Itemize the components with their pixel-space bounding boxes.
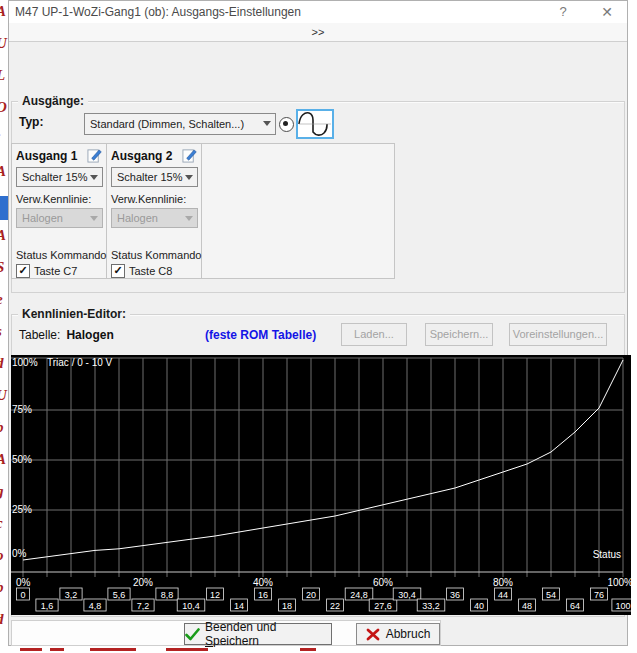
background-letter-fragment: A <box>0 164 8 179</box>
output1-taste-checkbox[interactable]: ✓ <box>16 264 30 278</box>
green-check-icon <box>185 628 200 641</box>
output2-taste-checkbox[interactable]: ✓ <box>111 264 125 278</box>
svg-text:64: 64 <box>570 601 580 611</box>
svg-text:54: 54 <box>546 590 556 600</box>
output2-status-label: Status Kommando <box>111 249 197 261</box>
background-window-left-strip: AULOiAtASesdUbAgcobd <box>0 0 8 653</box>
phase-cut-waveform-icon[interactable] <box>296 109 334 139</box>
output1-mode-select[interactable]: Schalter 15% <box>16 167 103 187</box>
chevron-down-icon <box>263 121 271 126</box>
tabelle-label: Tabelle: <box>19 328 60 342</box>
output1-kennlinie-value: Halogen <box>22 212 63 224</box>
svg-text:5,6: 5,6 <box>113 590 126 600</box>
output1-kennlinie-select: Halogen <box>16 208 103 228</box>
cancel-button-label: Abbruch <box>386 627 431 641</box>
kennlinie-chart[interactable]: 100%75%50%25%0%Triac / 0 - 10 V0%20%40%6… <box>11 355 631 615</box>
edit-icon[interactable] <box>182 148 197 163</box>
output1-status-label: Status Kommando <box>16 249 102 261</box>
background-letter-fragment: s <box>0 324 8 339</box>
tabelle-value: Halogen <box>66 328 113 342</box>
svg-text:18: 18 <box>282 601 292 611</box>
svg-text:27,6: 27,6 <box>374 601 392 611</box>
background-mark <box>166 648 208 651</box>
background-mark <box>20 648 42 651</box>
typ-radio[interactable] <box>279 117 294 132</box>
svg-text:44: 44 <box>498 590 508 600</box>
cancel-button[interactable]: Abbruch <box>356 623 440 645</box>
svg-text:80%: 80% <box>493 577 513 588</box>
dialog-ausgangs-einstellungen: M47 UP-1-WoZi-Gang1 (ob): Ausgangs-Einst… <box>8 0 628 646</box>
rom-table-note: (feste ROM Tabelle) <box>205 328 316 342</box>
svg-text:60%: 60% <box>373 577 393 588</box>
background-letter-fragment: A <box>0 228 8 243</box>
svg-text:20: 20 <box>306 590 316 600</box>
svg-text:100: 100 <box>615 601 630 611</box>
background-letter-fragment: o <box>0 548 8 563</box>
svg-text:25%: 25% <box>12 504 32 515</box>
svg-text:3,2: 3,2 <box>65 590 78 600</box>
group-ausgaenge-label: Ausgänge: <box>18 94 88 108</box>
voreinstellungen-button[interactable]: Voreinstellungen... <box>509 323 607 346</box>
window-title: M47 UP-1-WoZi-Gang1 (ob): Ausgangs-Einst… <box>15 5 301 19</box>
svg-text:22: 22 <box>330 601 340 611</box>
output2-mode-select[interactable]: Schalter 15% <box>111 167 198 187</box>
svg-text:36: 36 <box>450 590 460 600</box>
typ-select[interactable]: Standard (Dimmen, Schalten...) <box>84 113 276 135</box>
background-letter-fragment: d <box>0 356 8 371</box>
svg-text:40%: 40% <box>253 577 273 588</box>
background-window-bottom-strip <box>8 647 637 653</box>
background-letter-fragment: A <box>0 452 8 467</box>
output-column-2: Ausgang 2 Schalter 15% Verw.Kennlinie: H… <box>107 144 202 278</box>
outputs-panel: Ausgang 1 Schalter 15% Verw.Kennlinie: H… <box>11 143 395 279</box>
group-kennlinien-editor-label: Kennlinien-Editor: <box>18 307 130 321</box>
svg-text:0%: 0% <box>12 548 27 559</box>
background-letter-fragment: A <box>0 4 8 19</box>
output1-mode-value: Schalter 15% <box>22 171 87 183</box>
help-button[interactable]: ? <box>551 3 575 21</box>
chevron-down-icon <box>185 175 193 180</box>
background-mark <box>50 648 64 651</box>
svg-text:100%: 100% <box>607 577 631 588</box>
background-letter-fragment: g <box>0 484 8 499</box>
speichern-button[interactable]: Speichern... <box>425 323 493 346</box>
background-letter-fragment: b <box>0 420 8 435</box>
background-letter-fragment: U <box>0 388 8 403</box>
save-and-exit-button[interactable]: Beenden und Speichern <box>184 623 332 645</box>
svg-text:0: 0 <box>20 590 25 600</box>
background-mark <box>90 648 136 651</box>
svg-text:40: 40 <box>474 601 484 611</box>
background-letter-fragment: U <box>0 36 8 51</box>
svg-text:48: 48 <box>522 601 532 611</box>
chevron-down-icon <box>90 175 98 180</box>
background-letter-fragment: e <box>0 292 8 307</box>
background-selected-item <box>0 196 8 220</box>
svg-text:75%: 75% <box>12 404 32 415</box>
output1-title: Ausgang 1 <box>16 149 77 163</box>
svg-text:Status: Status <box>593 549 621 560</box>
svg-text:8,8: 8,8 <box>161 590 174 600</box>
background-letter-fragment: L <box>0 68 8 83</box>
background-letter-fragment: i <box>0 132 8 147</box>
background-letter-fragment: c <box>0 516 8 531</box>
svg-text:10,4: 10,4 <box>182 601 200 611</box>
output1-kennlinie-label: Verw.Kennlinie: <box>16 193 102 205</box>
laden-button[interactable]: Laden... <box>341 323 407 346</box>
svg-text:0%: 0% <box>16 577 31 588</box>
edit-icon[interactable] <box>87 148 102 163</box>
background-letter-fragment: O <box>0 100 8 115</box>
typ-select-value: Standard (Dimmen, Schalten...) <box>90 118 244 130</box>
chevron-down-icon <box>90 216 98 221</box>
svg-text:20%: 20% <box>133 577 153 588</box>
chevron-down-icon <box>185 216 193 221</box>
output2-mode-value: Schalter 15% <box>117 171 182 183</box>
output2-taste-label: Taste C8 <box>129 265 172 277</box>
expander-button[interactable]: >> <box>9 23 627 42</box>
svg-text:100%: 100% <box>12 357 38 368</box>
output2-title: Ausgang 2 <box>111 149 172 163</box>
close-button[interactable]: ✕ <box>595 3 619 21</box>
output1-taste-label: Taste C7 <box>34 265 77 277</box>
output2-kennlinie-label: Verw.Kennlinie: <box>111 193 197 205</box>
svg-text:16: 16 <box>258 590 268 600</box>
svg-text:30,4: 30,4 <box>398 590 416 600</box>
typ-label: Typ: <box>19 115 43 129</box>
